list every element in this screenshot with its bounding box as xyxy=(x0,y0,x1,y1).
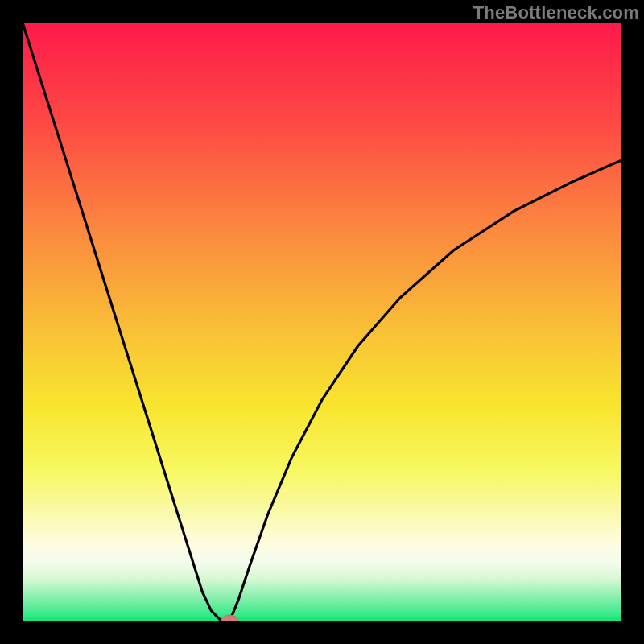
chart-frame xyxy=(23,23,621,621)
bottleneck-chart xyxy=(23,23,621,621)
watermark-text: TheBottleneck.com xyxy=(473,2,639,23)
gradient-background xyxy=(23,23,621,621)
green-band xyxy=(23,617,621,621)
